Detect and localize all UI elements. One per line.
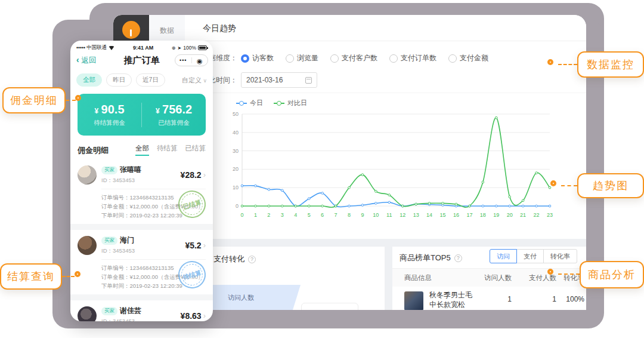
svg-text:7: 7 [335, 212, 338, 218]
buyer-name: 谢佳芸 [120, 306, 141, 316]
order-details: 订单编号：12346843213135 订单金额：¥12,000.00（含运费¥… [101, 263, 206, 290]
radio-icon [448, 54, 457, 63]
filter-chip-row: 全部 昨日 近7日 自定义 [70, 69, 213, 89]
callout-product-analysis: 商品分析 [580, 261, 644, 288]
more-menu-icon[interactable]: ••• [175, 57, 192, 63]
phone-mockup: ••••• 中国联通 9:41 AM ⊕ ➤ 100% 返回 推广订单 ••• … [70, 41, 213, 321]
radio-icon [330, 54, 339, 63]
tab-settled[interactable]: 已结算 [185, 144, 206, 156]
svg-text:11: 11 [386, 212, 392, 218]
svg-text:0: 0 [236, 203, 239, 209]
radio-visitors[interactable]: 访客数 [241, 53, 274, 63]
tab-all[interactable]: 全部 [135, 144, 149, 156]
tab-visits[interactable]: 访问 [490, 249, 517, 263]
svg-text:10: 10 [373, 212, 379, 218]
commission-amount: ¥28.2 [181, 170, 202, 180]
product-name: 秋冬季男士毛 中长款宽松 [429, 290, 472, 309]
avatar [78, 165, 97, 185]
order-list-item[interactable]: 买家 谢佳芸 ID：3453453 ¥8.63 › 订单编号：123468432… [70, 300, 213, 321]
battery-percent: 100% [183, 45, 196, 51]
callout-connector [558, 64, 577, 65]
pending-commission: ¥ 90.5 待结算佣金 [78, 103, 141, 127]
svg-text:0: 0 [240, 212, 243, 218]
svg-text:30: 30 [233, 148, 239, 154]
commission-list-header: 佣金明细 全部 待结算 已结算 [78, 144, 206, 156]
page: 数据 今日趋势 数据维度： 访客数 浏览量 支付客户数 支付订单数 支付金额 对… [0, 0, 644, 338]
carrier-label: 中国联通 [86, 44, 107, 51]
buyer-id: ID：3453453 [101, 318, 141, 321]
callout-connector [62, 276, 75, 277]
callout-marker [547, 59, 553, 65]
list-gap [70, 224, 213, 230]
radio-icon [241, 54, 249, 63]
top5-panel-title: 商品榜单TOP5 [400, 253, 462, 263]
funnel-stage-label: 访问人数 [228, 293, 254, 302]
buyer-name: 张嘻嘻 [120, 165, 141, 175]
order-top-row: 买家 谢佳芸 ID：3453453 ¥8.63 › [78, 306, 206, 321]
svg-text:1: 1 [254, 212, 257, 218]
svg-text:9: 9 [361, 212, 364, 218]
callout-settlement-query: 结算查询 [0, 263, 62, 290]
radio-pay-amount[interactable]: 支付金额 [448, 53, 488, 63]
chevron-right-icon: › [203, 170, 206, 179]
chip-yesterday[interactable]: 昨日 [106, 73, 132, 87]
help-icon[interactable] [248, 256, 256, 263]
compare-date-input[interactable]: 2021-03-16 [241, 72, 317, 88]
settled-commission: ¥ 756.2 已结算佣金 [141, 103, 206, 127]
svg-text:6: 6 [321, 212, 324, 218]
phone-nav-bar: 返回 推广订单 ••• [70, 51, 213, 69]
chart-legend: 今日 对比日 [236, 99, 307, 107]
commission-summary-card: ¥ 90.5 待结算佣金 ¥ 756.2 已结算佣金 [78, 94, 206, 136]
svg-text:16: 16 [453, 212, 459, 218]
divider [185, 93, 586, 93]
callout-marker [547, 269, 553, 275]
svg-text:18: 18 [480, 212, 486, 218]
order-list-item[interactable]: 买家 海门 ID：3453453 ¥5.2 › 订单编号：12346843213… [70, 230, 213, 294]
battery-icon [198, 45, 207, 50]
callout-commission-detail: 佣金明细 [2, 87, 66, 113]
miniprogram-capsule: ••• [175, 54, 208, 66]
custom-range-dropdown[interactable]: 自定义 [182, 76, 207, 85]
app-logo-icon [122, 21, 140, 39]
chip-7days[interactable]: 近7日 [136, 73, 165, 87]
top5-table-header: 商品信息 访问人数 支付人数 转化率 [392, 269, 586, 287]
tab-rate[interactable]: 转化率 [543, 249, 577, 263]
radio-pageviews[interactable]: 浏览量 [286, 53, 318, 63]
legend-item-compare[interactable]: 对比日 [274, 99, 307, 107]
avatar [78, 236, 97, 255]
chevron-right-icon: › [203, 241, 206, 250]
list-title: 佣金明细 [78, 145, 109, 156]
tab-pending[interactable]: 待结算 [157, 144, 178, 156]
product-rate: 100% [549, 295, 584, 303]
callout-connector [561, 185, 577, 186]
buyer-name: 海门 [120, 235, 134, 245]
panel-gap-horizontal [185, 239, 586, 247]
dashboard-main: 今日趋势 数据维度： 访客数 浏览量 支付客户数 支付订单数 支付金额 对比时间… [185, 15, 586, 310]
tab-pays[interactable]: 支付 [516, 249, 544, 263]
avatar [78, 306, 97, 322]
compare-date-value: 2021-03-16 [246, 76, 305, 84]
commission-amount: ¥5.2 [185, 241, 201, 250]
chevron-right-icon: › [203, 311, 206, 320]
help-icon[interactable] [454, 254, 462, 262]
radio-icon [389, 54, 398, 63]
callout-connector [66, 100, 76, 101]
svg-text:20: 20 [233, 166, 239, 172]
buyer-badge: 买家 [101, 236, 117, 245]
buyer-id: ID：3453453 [101, 247, 135, 255]
legend-item-today[interactable]: 今日 [236, 99, 263, 107]
top5-tab-group: 访问 支付 转化率 [490, 249, 577, 263]
top5-table-row[interactable]: 秋冬季男士毛 中长款宽松 1 1 100% [392, 287, 586, 310]
chip-all[interactable]: 全部 [76, 73, 102, 87]
back-button[interactable]: 返回 [76, 55, 97, 66]
order-list-item[interactable]: 买家 张嘻嘻 ID：3453453 ¥28.2 › 订单编号：123468432… [70, 159, 213, 224]
sidebar-item-data[interactable]: 数据 [149, 26, 185, 36]
svg-text:12: 12 [400, 212, 405, 218]
radio-pay-orders[interactable]: 支付订单数 [389, 53, 436, 63]
svg-text:15: 15 [440, 212, 446, 218]
svg-text:40: 40 [233, 130, 239, 136]
commission-amount: ¥8.63 [181, 311, 202, 321]
radio-pay-customers[interactable]: 支付客户数 [330, 53, 377, 63]
dashboard-header: 今日趋势 [185, 15, 586, 41]
close-circle-icon[interactable] [192, 55, 208, 66]
